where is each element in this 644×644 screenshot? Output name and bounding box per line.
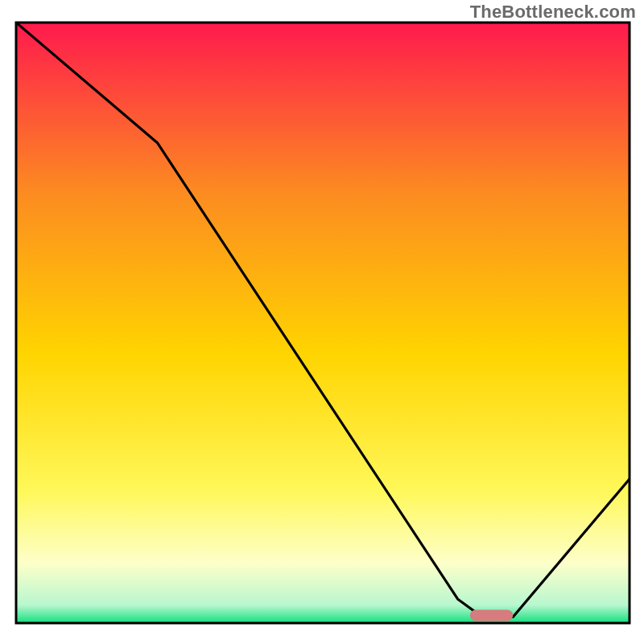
gradient-background: [16, 23, 630, 623]
chart-stage: TheBottleneck.com: [0, 0, 644, 644]
bottleneck-chart: [0, 0, 644, 644]
watermark-text: TheBottleneck.com: [470, 2, 636, 23]
optimal-range-marker: [470, 610, 513, 621]
